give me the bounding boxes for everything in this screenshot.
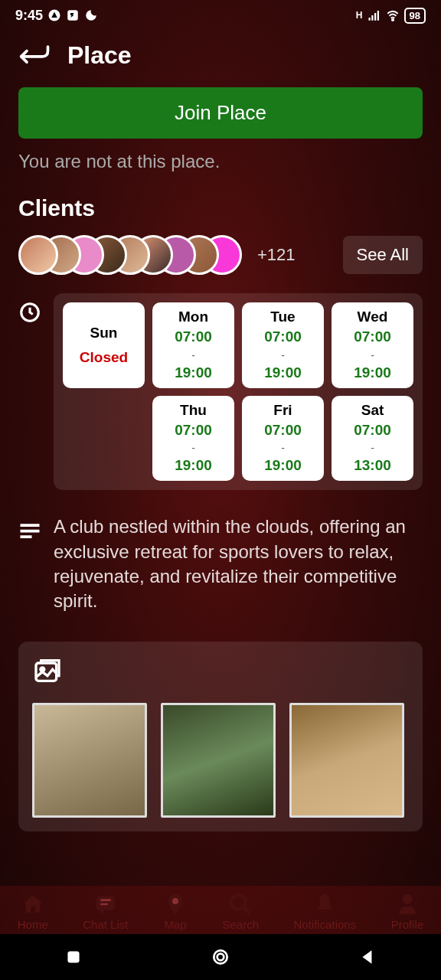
sys-recent-button[interactable] (64, 947, 83, 967)
svg-rect-10 (21, 535, 32, 538)
battery-indicator: 98 (404, 8, 426, 24)
nav-map[interactable]: Map (163, 892, 188, 931)
close-time: 13:00 (335, 457, 410, 475)
nav-label: Profile (391, 918, 424, 931)
bottom-nav: Home Chat List Map Search Notifications … (0, 886, 441, 934)
svg-rect-3 (371, 15, 373, 21)
close-time: 19:00 (245, 364, 321, 382)
app-header: Place (0, 31, 441, 87)
open-time: 07:00 (335, 422, 410, 439)
day-tue: Tue 07:00 - 19:00 (242, 302, 324, 388)
time-sep: - (335, 349, 410, 361)
close-time: 19:00 (335, 364, 410, 382)
clients-row: +121 See All (18, 235, 423, 275)
content: Join Place You are not at this place. Cl… (0, 87, 441, 886)
status-app-icon-1 (47, 8, 61, 22)
svg-point-6 (391, 19, 393, 21)
day-name: Sun (66, 325, 142, 341)
network-type: H (356, 10, 363, 21)
day-thu: Thu 07:00 - 19:00 (152, 396, 234, 482)
nav-notifications[interactable]: Notifications (294, 892, 357, 931)
nav-label: Search (222, 918, 259, 931)
clock-icon (18, 301, 41, 324)
day-name: Thu (155, 402, 231, 419)
day-wed: Wed 07:00 - 19:00 (332, 302, 413, 388)
status-right: H 98 (356, 8, 426, 24)
day-sat: Sat 07:00 - 13:00 (332, 396, 413, 482)
avatar[interactable] (18, 235, 58, 275)
svg-rect-8 (21, 524, 40, 527)
day-name: Sat (335, 402, 410, 419)
open-time: 07:00 (245, 328, 321, 346)
close-time: 19:00 (155, 457, 231, 475)
back-button[interactable] (18, 38, 52, 72)
nav-chat-list[interactable]: Chat List (83, 892, 128, 931)
client-avatars[interactable] (18, 235, 242, 275)
page-title: Place (67, 41, 132, 70)
status-bar: 9:45 H 98 (0, 0, 441, 31)
gallery-icon (32, 655, 409, 689)
description-icon (18, 519, 41, 545)
gallery-image[interactable] (289, 703, 404, 818)
closed-label: Closed (66, 349, 142, 366)
sys-back-button[interactable] (358, 947, 377, 967)
nav-label: Home (18, 918, 48, 931)
time-sep: - (155, 349, 231, 361)
svg-point-16 (402, 894, 412, 904)
battery-level: 98 (410, 10, 420, 21)
system-nav (0, 934, 441, 980)
open-time: 07:00 (335, 328, 410, 346)
day-fri: Fri 07:00 - 19:00 (242, 396, 324, 482)
description-section: A club nestled within the clouds, offeri… (18, 514, 423, 614)
time-sep: - (335, 442, 410, 454)
time-sep: - (245, 349, 321, 361)
gallery-image[interactable] (32, 703, 147, 818)
svg-point-19 (217, 954, 224, 961)
gallery-card (18, 642, 423, 831)
status-time: 9:45 (15, 8, 43, 24)
svg-rect-17 (67, 951, 79, 962)
nav-home[interactable]: Home (18, 892, 48, 931)
empty-cell (63, 396, 145, 482)
clients-more-count: +121 (257, 245, 296, 265)
day-name: Wed (335, 309, 410, 325)
svg-point-18 (214, 950, 227, 963)
day-name: Tue (245, 309, 321, 325)
svg-point-15 (231, 895, 246, 910)
gallery-image[interactable] (161, 703, 276, 818)
svg-rect-4 (374, 13, 376, 21)
svg-rect-9 (21, 530, 40, 533)
nav-label: Notifications (294, 918, 357, 931)
status-app-icon-2 (66, 8, 80, 22)
open-time: 07:00 (245, 422, 321, 439)
svg-rect-5 (377, 11, 378, 21)
gallery-row (32, 703, 409, 818)
not-at-place-text: You are not at this place. (18, 151, 423, 172)
svg-point-14 (172, 898, 178, 904)
close-time: 19:00 (155, 364, 231, 382)
nav-label: Map (164, 918, 186, 931)
dnd-icon (84, 8, 98, 22)
nav-profile[interactable]: Profile (391, 892, 424, 931)
day-name: Mon (155, 309, 231, 325)
wifi-icon (386, 8, 400, 22)
time-sep: - (155, 442, 231, 454)
hours-grid: Sun Closed Mon 07:00 - 19:00 Tue 07:00 -… (63, 302, 413, 481)
signal-icon (368, 8, 381, 22)
day-sun: Sun Closed (63, 302, 145, 388)
sys-home-button[interactable] (211, 947, 230, 967)
join-place-button[interactable]: Join Place (18, 87, 423, 139)
time-sep: - (245, 442, 321, 454)
hours-card: Sun Closed Mon 07:00 - 19:00 Tue 07:00 -… (54, 293, 423, 490)
svg-rect-2 (368, 18, 370, 21)
hours-section: Sun Closed Mon 07:00 - 19:00 Tue 07:00 -… (18, 293, 423, 490)
open-time: 07:00 (155, 422, 231, 439)
status-left: 9:45 (15, 8, 98, 24)
see-all-button[interactable]: See All (343, 236, 423, 274)
description-text: A club nestled within the clouds, offeri… (54, 514, 423, 614)
day-mon: Mon 07:00 - 19:00 (152, 302, 234, 388)
nav-search[interactable]: Search (222, 892, 259, 931)
close-time: 19:00 (245, 457, 321, 475)
day-name: Fri (245, 402, 321, 419)
open-time: 07:00 (155, 328, 231, 346)
